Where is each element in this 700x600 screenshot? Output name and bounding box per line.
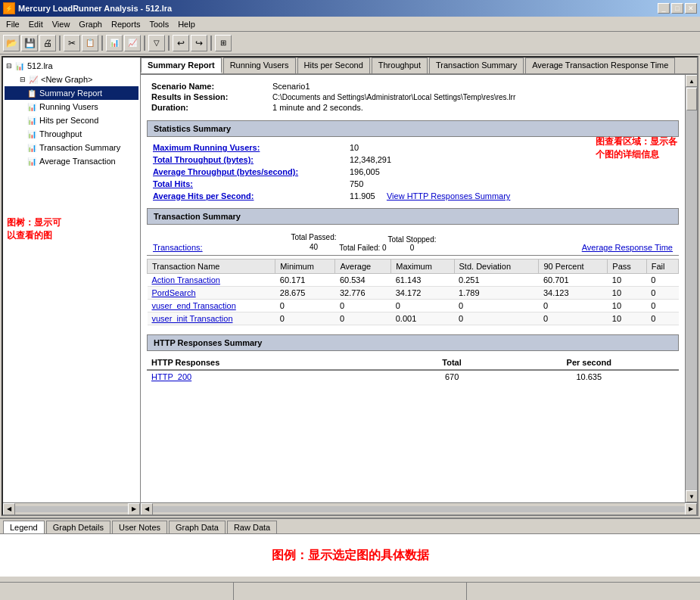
minimize-button[interactable]: _ — [658, 3, 670, 14]
bottom-tab-user-notes[interactable]: User Notes — [112, 521, 167, 533]
close-button[interactable]: ✕ — [685, 3, 697, 14]
trans-col-stopped: Total Stopped: 0 — [387, 235, 437, 252]
menu-file[interactable]: File — [2, 18, 24, 30]
trans-name-3[interactable]: vuser_init Transaction — [148, 312, 275, 325]
toolbar-save[interactable]: 💾 — [21, 35, 38, 51]
http-table: HTTP Responses Total Per second HTTP_200… — [147, 356, 679, 383]
bottom-panel: Legend Graph Details User Notes Graph Da… — [0, 518, 700, 582]
menu-graph[interactable]: Graph — [74, 18, 107, 30]
scroll-up-btn[interactable]: ▲ — [686, 75, 697, 87]
status-pane-1 — [0, 583, 234, 600]
tree-avg-icon: 📊 — [26, 155, 38, 167]
right-panel: Summary Report Running Vusers Hits per S… — [141, 58, 697, 515]
toolbar-grid[interactable]: ⊞ — [215, 35, 232, 51]
bottom-tab-bar: Legend Graph Details User Notes Graph Da… — [0, 519, 700, 534]
tree-hits-per-second[interactable]: 📊 Hits per Second — [5, 113, 138, 127]
scenario-name-label: Scenario Name: — [147, 81, 268, 92]
trans-p90-0: 60.701 — [539, 274, 608, 287]
col-header-max: Maximum — [391, 260, 454, 274]
bottom-tab-graph-details[interactable]: Graph Details — [46, 521, 110, 533]
hscroll-right[interactable]: ▶ — [685, 503, 697, 515]
view-http-link[interactable]: View HTTP Responses Summary — [387, 191, 510, 201]
tree-scroll-track[interactable] — [15, 506, 128, 512]
hscroll-track[interactable] — [153, 506, 685, 512]
tab-running-vusers[interactable]: Running Vusers — [223, 58, 296, 73]
tree-avg-transaction[interactable]: 📊 Average Transaction — [5, 154, 138, 168]
trans-col-name-header[interactable]: Transactions: — [153, 243, 289, 252]
table-row: Action Transaction 60.171 60.534 61.143 … — [148, 274, 679, 287]
trans-fail-0: 0 — [646, 274, 678, 287]
tree-scroll-right[interactable]: ▶ — [128, 503, 140, 515]
scroll-track[interactable] — [686, 87, 697, 490]
left-panel: ⊟ 📊 512.lra ⊟ 📈 <New Graph> 📋 Summary Re… — [3, 58, 141, 515]
http-col-total: Total — [405, 356, 499, 370]
trans-p90-2: 0 — [539, 300, 608, 312]
menu-edit[interactable]: Edit — [24, 18, 48, 30]
toolbar-new[interactable]: 📂 — [3, 35, 20, 51]
right-scrollbar: ▲ ▼ — [685, 75, 697, 502]
trans-p90-1: 34.123 — [539, 287, 608, 300]
tree-annotation: 图树：显示可以查看的图 — [7, 216, 61, 242]
stat-label-3: Total Hits: — [147, 178, 344, 190]
toolbar-copy[interactable]: 📋 — [82, 35, 98, 51]
content-wrapper: 图查看区域：显示各个图的详细信息 Scenario Name: Scenario… — [141, 75, 697, 502]
toolbar-redo[interactable]: ↪ — [191, 35, 207, 51]
bottom-tab-legend[interactable]: Legend — [3, 521, 45, 533]
toolbar-cut[interactable]: ✂ — [64, 35, 80, 51]
toolbar-undo[interactable]: ↩ — [173, 35, 189, 51]
toolbar-graph1[interactable]: 📊 — [106, 35, 123, 51]
tab-avg-response-time[interactable]: Average Transaction Response Time — [525, 58, 675, 73]
tab-hits-per-second[interactable]: Hits per Second — [297, 58, 370, 73]
trans-col-avg-response[interactable]: Average Response Time — [437, 243, 673, 252]
bottom-tab-graph-data[interactable]: Graph Data — [169, 521, 226, 533]
trans-avg-1: 32.776 — [335, 287, 391, 300]
hscroll-left[interactable]: ◀ — [141, 503, 153, 515]
tree-new-graph[interactable]: ⊟ 📈 <New Graph> — [5, 73, 138, 86]
toolbar-filter[interactable]: ▽ — [148, 35, 165, 51]
trans-min-3: 0 — [275, 312, 335, 325]
tree-root-item[interactable]: ⊟ 📊 512.lra — [5, 59, 138, 73]
http-name-0[interactable]: HTTP_200 — [147, 370, 405, 383]
http-col-responses: HTTP Responses — [147, 356, 405, 370]
right-annotation: 图查看区域：显示各个图的详细信息 — [596, 135, 677, 161]
col-header-std: Std. Deviation — [454, 260, 539, 274]
stat-label-4[interactable]: Average Hits per Second: — [147, 190, 344, 202]
tree-scroll-left[interactable]: ◀ — [3, 503, 15, 515]
menu-help[interactable]: Help — [173, 18, 200, 30]
trans-std-1: 1.789 — [454, 287, 539, 300]
stat-label-0[interactable]: Maximum Running Vusers: — [147, 141, 344, 154]
bottom-tab-raw-data[interactable]: Raw Data — [227, 521, 277, 533]
tab-throughput[interactable]: Throughput — [372, 58, 428, 73]
stat-label-1[interactable]: Total Throughput (bytes): — [147, 154, 344, 166]
tab-transaction-summary[interactable]: Transaction Summary — [429, 58, 524, 73]
trans-std-3: 0 — [454, 312, 539, 325]
tree-running-vusers[interactable]: 📊 Running Vusers — [5, 100, 138, 113]
stat-label-2[interactable]: Average Throughput (bytes/second): — [147, 166, 344, 178]
tree-transaction-summary[interactable]: 📊 Transaction Summary — [5, 141, 138, 154]
trans-name-2[interactable]: vuser_end Transaction — [148, 300, 275, 312]
transaction-section-header: Transaction Summary — [147, 208, 679, 225]
scroll-thumb[interactable] — [686, 88, 697, 110]
menu-reports[interactable]: Reports — [107, 18, 145, 30]
trans-name-0[interactable]: Action Transaction — [148, 274, 275, 287]
toolbar-graph2[interactable]: 📈 — [124, 35, 141, 51]
status-pane-3 — [467, 583, 700, 600]
tree-summary-report[interactable]: 📋 Summary Report — [5, 86, 138, 100]
stat-row-3: Total Hits: 750 — [147, 178, 679, 190]
tree-panel: ⊟ 📊 512.lra ⊟ 📈 <New Graph> 📋 Summary Re… — [3, 58, 140, 502]
trans-min-0: 60.171 — [275, 274, 335, 287]
trans-name-1[interactable]: PordSearch — [148, 287, 275, 300]
trans-pass-3: 10 — [608, 312, 646, 325]
toolbar-print[interactable]: 🖨 — [39, 35, 56, 51]
tree-root: ⊟ 📊 512.lra ⊟ 📈 <New Graph> 📋 Summary Re… — [3, 58, 140, 169]
trans-min-1: 28.675 — [275, 287, 335, 300]
col-header-min: Minimum — [275, 260, 335, 274]
stat-value-3: 750 — [344, 178, 679, 190]
duration-label: Duration: — [147, 102, 268, 113]
scroll-down-btn[interactable]: ▼ — [686, 490, 697, 502]
menu-tools[interactable]: Tools — [145, 18, 173, 30]
maximize-button[interactable]: □ — [671, 3, 683, 14]
tree-throughput[interactable]: 📊 Throughput — [5, 127, 138, 141]
tab-summary-report[interactable]: Summary Report — [141, 58, 222, 73]
menu-view[interactable]: View — [48, 18, 75, 30]
